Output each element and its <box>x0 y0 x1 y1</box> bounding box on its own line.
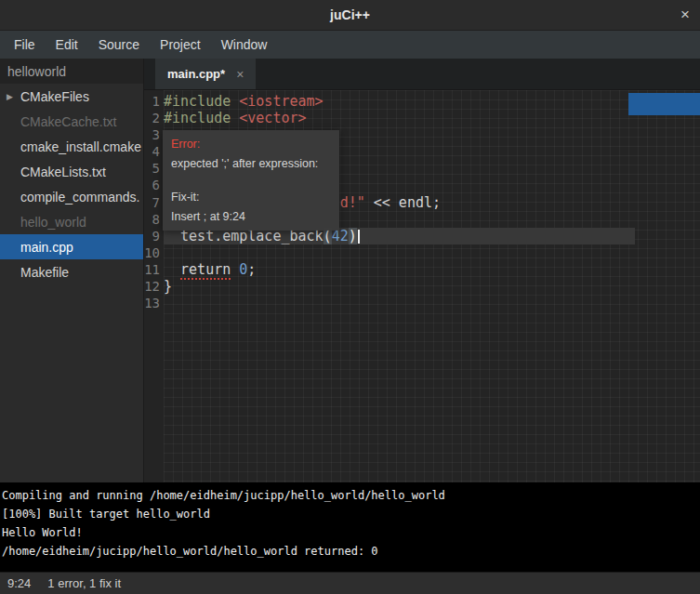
statusbar: 9:24 1 error, 1 fix it <box>0 572 700 594</box>
file-tree: ▶CMakeFilesCMakeCache.txtcmake_install.c… <box>0 84 143 284</box>
tree-item-makefile[interactable]: Makefile <box>0 259 143 284</box>
code-token <box>231 261 239 278</box>
code-line-2[interactable]: 2#include <vector> <box>144 110 700 126</box>
diagnostics-status: 1 error, 1 fix it <box>47 576 121 590</box>
code-text: #include <vector> <box>164 110 700 126</box>
code-token: <iostream> <box>239 93 323 110</box>
line-number: 8 <box>144 211 164 228</box>
code-token <box>164 261 180 278</box>
tree-item-label: hello_world <box>20 215 86 230</box>
scrollbar-thumb[interactable] <box>628 93 700 115</box>
menubar: FileEditSourceProjectWindow <box>0 31 700 59</box>
sidebar: helloworld ▶CMakeFilesCMakeCache.txtcmak… <box>0 59 144 482</box>
tabbar: main.cpp*× <box>144 59 700 90</box>
tree-item-label: main.cpp <box>20 240 73 255</box>
expander-icon[interactable]: ▶ <box>7 92 13 101</box>
code-line-1[interactable]: 1#include <iostream> <box>144 93 700 110</box>
code-line-10[interactable]: 10 <box>144 244 700 261</box>
line-number: 5 <box>144 160 164 177</box>
cursor-position: 9:24 <box>7 576 31 590</box>
menu-item-project[interactable]: Project <box>150 31 211 59</box>
code-token: #include <box>164 110 239 126</box>
line-number: 1 <box>144 93 164 110</box>
editor-pane: main.cpp*× 1#include <iostream>2#include… <box>144 59 700 482</box>
tree-item-cmakelists-txt[interactable]: CMakeLists.txt <box>0 159 143 184</box>
terminal-line: Compiling and running /home/eidheim/juci… <box>2 486 698 505</box>
terminal-line: Hello World! <box>2 523 698 542</box>
tree-item-label: CMakeLists.txt <box>20 165 106 179</box>
line-number: 2 <box>144 110 164 126</box>
tree-item-label: cmake_install.cmake <box>20 139 141 154</box>
line-number: 3 <box>144 126 164 143</box>
terminal-line: /home/eidheim/jucipp/hello_world/hello_w… <box>2 542 698 561</box>
line-number: 9 <box>144 228 164 244</box>
tree-item-cmake-install-cmake[interactable]: cmake_install.cmake <box>0 134 143 159</box>
line-number: 6 <box>144 177 164 193</box>
terminal-line: [100%] Built target hello_world <box>2 505 698 523</box>
code-text: return 0; <box>164 261 700 278</box>
code-token: } <box>164 278 172 295</box>
code-line-13[interactable]: 13 <box>144 295 700 311</box>
tab-main-cpp[interactable]: main.cpp*× <box>155 59 256 89</box>
tree-item-cmakefiles[interactable]: ▶CMakeFiles <box>0 84 143 109</box>
code-token: ; <box>247 261 256 278</box>
menu-item-window[interactable]: Window <box>211 31 278 59</box>
tree-item-main-cpp[interactable]: main.cpp <box>0 234 143 259</box>
code-token: << endl; <box>365 194 441 211</box>
code-token: return <box>180 261 231 280</box>
text-cursor <box>358 230 360 244</box>
menu-item-file[interactable]: File <box>4 31 46 59</box>
tooltip-error-message: expected ';' after expression: <box>171 157 331 170</box>
code-text: #include <iostream> <box>164 93 700 110</box>
code-text: } <box>164 278 700 295</box>
code-token: ) <box>349 228 357 244</box>
code-token: 0 <box>239 261 247 278</box>
code-line-12[interactable]: 12} <box>144 278 700 295</box>
tree-item-hello-world[interactable]: hello_world <box>0 209 143 234</box>
tree-item-compile-commands[interactable]: compile_commands. <box>0 184 143 209</box>
tab-label: main.cpp* <box>167 67 225 81</box>
titlebar[interactable]: juCi++ × <box>0 0 700 31</box>
line-number: 10 <box>144 244 164 261</box>
menu-item-source[interactable]: Source <box>88 31 150 59</box>
code-text <box>164 295 700 311</box>
code-token: #include <box>164 93 239 110</box>
tab-close-icon[interactable]: × <box>236 67 244 82</box>
project-name-header: helloworld <box>0 59 143 84</box>
tree-item-label: CMakeFiles <box>20 89 89 104</box>
tree-item-cmakecache-txt[interactable]: CMakeCache.txt <box>0 109 143 134</box>
code-token: <vector> <box>239 110 306 126</box>
tree-item-label: Makefile <box>20 265 69 280</box>
tree-item-label: compile_commands. <box>20 190 139 205</box>
error-tooltip: Error: expected ';' after expression: Fi… <box>163 130 339 231</box>
editor[interactable]: 1#include <iostream>2#include <vector>34… <box>144 90 700 482</box>
code-text <box>164 244 700 261</box>
tooltip-error-title: Error: <box>171 138 331 151</box>
line-number: 13 <box>144 295 164 311</box>
app-window: juCi++ × FileEditSourceProjectWindow hel… <box>0 0 700 594</box>
tooltip-fixit-title: Fix-it: <box>171 191 331 204</box>
main-area: helloworld ▶CMakeFilesCMakeCache.txtcmak… <box>0 59 700 482</box>
code-line-11[interactable]: 11 return 0; <box>144 261 700 278</box>
menu-item-edit[interactable]: Edit <box>46 31 88 59</box>
code-token: d!" <box>340 194 365 211</box>
line-number: 11 <box>144 261 164 278</box>
line-number: 12 <box>144 278 164 295</box>
terminal-output: Compiling and running /home/eidheim/juci… <box>0 482 700 572</box>
close-window-icon[interactable]: × <box>680 0 690 30</box>
tooltip-fixit-message: Insert ; at 9:24 <box>171 210 331 223</box>
tree-item-label: CMakeCache.txt <box>20 114 116 129</box>
line-number: 7 <box>144 194 164 211</box>
window-title: juCi++ <box>330 7 370 22</box>
line-number: 4 <box>144 143 164 160</box>
